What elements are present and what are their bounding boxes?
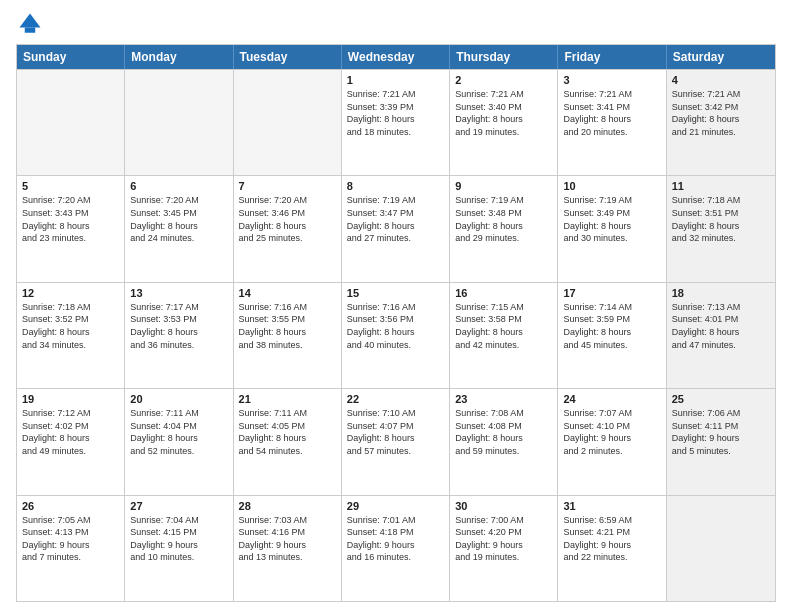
weekday-header: Saturday	[667, 45, 775, 69]
day-number: 12	[22, 287, 119, 299]
day-number: 11	[672, 180, 770, 192]
day-number: 27	[130, 500, 227, 512]
day-number: 19	[22, 393, 119, 405]
day-info: Sunrise: 7:19 AM Sunset: 3:49 PM Dayligh…	[563, 194, 660, 244]
day-info: Sunrise: 7:08 AM Sunset: 4:08 PM Dayligh…	[455, 407, 552, 457]
calendar-row: 12Sunrise: 7:18 AM Sunset: 3:52 PM Dayli…	[17, 282, 775, 388]
day-info: Sunrise: 7:20 AM Sunset: 3:45 PM Dayligh…	[130, 194, 227, 244]
calendar-cell: 3Sunrise: 7:21 AM Sunset: 3:41 PM Daylig…	[558, 70, 666, 175]
weekday-header: Sunday	[17, 45, 125, 69]
day-info: Sunrise: 7:11 AM Sunset: 4:04 PM Dayligh…	[130, 407, 227, 457]
day-number: 14	[239, 287, 336, 299]
day-info: Sunrise: 7:16 AM Sunset: 3:55 PM Dayligh…	[239, 301, 336, 351]
calendar-cell: 8Sunrise: 7:19 AM Sunset: 3:47 PM Daylig…	[342, 176, 450, 281]
day-info: Sunrise: 7:18 AM Sunset: 3:52 PM Dayligh…	[22, 301, 119, 351]
calendar-cell: 11Sunrise: 7:18 AM Sunset: 3:51 PM Dayli…	[667, 176, 775, 281]
day-number: 25	[672, 393, 770, 405]
calendar-cell: 4Sunrise: 7:21 AM Sunset: 3:42 PM Daylig…	[667, 70, 775, 175]
calendar-cell: 17Sunrise: 7:14 AM Sunset: 3:59 PM Dayli…	[558, 283, 666, 388]
calendar-cell: 20Sunrise: 7:11 AM Sunset: 4:04 PM Dayli…	[125, 389, 233, 494]
day-info: Sunrise: 7:21 AM Sunset: 3:42 PM Dayligh…	[672, 88, 770, 138]
day-number: 3	[563, 74, 660, 86]
calendar-header: SundayMondayTuesdayWednesdayThursdayFrid…	[17, 45, 775, 69]
calendar: SundayMondayTuesdayWednesdayThursdayFrid…	[16, 44, 776, 602]
calendar-row: 5Sunrise: 7:20 AM Sunset: 3:43 PM Daylig…	[17, 175, 775, 281]
day-info: Sunrise: 7:19 AM Sunset: 3:48 PM Dayligh…	[455, 194, 552, 244]
calendar-cell: 16Sunrise: 7:15 AM Sunset: 3:58 PM Dayli…	[450, 283, 558, 388]
calendar-cell: 29Sunrise: 7:01 AM Sunset: 4:18 PM Dayli…	[342, 496, 450, 601]
day-info: Sunrise: 7:10 AM Sunset: 4:07 PM Dayligh…	[347, 407, 444, 457]
day-number: 31	[563, 500, 660, 512]
calendar-cell	[234, 70, 342, 175]
day-number: 30	[455, 500, 552, 512]
calendar-cell: 22Sunrise: 7:10 AM Sunset: 4:07 PM Dayli…	[342, 389, 450, 494]
svg-rect-1	[25, 28, 36, 33]
day-info: Sunrise: 7:16 AM Sunset: 3:56 PM Dayligh…	[347, 301, 444, 351]
day-number: 17	[563, 287, 660, 299]
day-info: Sunrise: 7:11 AM Sunset: 4:05 PM Dayligh…	[239, 407, 336, 457]
day-number: 1	[347, 74, 444, 86]
svg-marker-0	[20, 14, 41, 28]
day-info: Sunrise: 7:21 AM Sunset: 3:40 PM Dayligh…	[455, 88, 552, 138]
day-number: 23	[455, 393, 552, 405]
day-info: Sunrise: 7:01 AM Sunset: 4:18 PM Dayligh…	[347, 514, 444, 564]
calendar-cell: 28Sunrise: 7:03 AM Sunset: 4:16 PM Dayli…	[234, 496, 342, 601]
day-info: Sunrise: 7:19 AM Sunset: 3:47 PM Dayligh…	[347, 194, 444, 244]
logo	[16, 10, 48, 38]
weekday-header: Monday	[125, 45, 233, 69]
day-info: Sunrise: 7:14 AM Sunset: 3:59 PM Dayligh…	[563, 301, 660, 351]
day-number: 5	[22, 180, 119, 192]
logo-icon	[16, 10, 44, 38]
day-number: 16	[455, 287, 552, 299]
calendar-cell	[667, 496, 775, 601]
calendar-cell: 13Sunrise: 7:17 AM Sunset: 3:53 PM Dayli…	[125, 283, 233, 388]
day-number: 29	[347, 500, 444, 512]
day-number: 22	[347, 393, 444, 405]
day-info: Sunrise: 7:05 AM Sunset: 4:13 PM Dayligh…	[22, 514, 119, 564]
day-info: Sunrise: 7:06 AM Sunset: 4:11 PM Dayligh…	[672, 407, 770, 457]
calendar-cell: 1Sunrise: 7:21 AM Sunset: 3:39 PM Daylig…	[342, 70, 450, 175]
calendar-cell: 14Sunrise: 7:16 AM Sunset: 3:55 PM Dayli…	[234, 283, 342, 388]
header	[16, 10, 776, 38]
day-info: Sunrise: 7:21 AM Sunset: 3:39 PM Dayligh…	[347, 88, 444, 138]
day-info: Sunrise: 7:13 AM Sunset: 4:01 PM Dayligh…	[672, 301, 770, 351]
day-info: Sunrise: 7:15 AM Sunset: 3:58 PM Dayligh…	[455, 301, 552, 351]
day-info: Sunrise: 7:00 AM Sunset: 4:20 PM Dayligh…	[455, 514, 552, 564]
calendar-cell: 2Sunrise: 7:21 AM Sunset: 3:40 PM Daylig…	[450, 70, 558, 175]
calendar-cell: 24Sunrise: 7:07 AM Sunset: 4:10 PM Dayli…	[558, 389, 666, 494]
day-info: Sunrise: 7:03 AM Sunset: 4:16 PM Dayligh…	[239, 514, 336, 564]
calendar-cell: 10Sunrise: 7:19 AM Sunset: 3:49 PM Dayli…	[558, 176, 666, 281]
day-info: Sunrise: 7:17 AM Sunset: 3:53 PM Dayligh…	[130, 301, 227, 351]
day-number: 9	[455, 180, 552, 192]
calendar-cell	[17, 70, 125, 175]
day-number: 7	[239, 180, 336, 192]
day-number: 15	[347, 287, 444, 299]
weekday-header: Friday	[558, 45, 666, 69]
calendar-cell: 5Sunrise: 7:20 AM Sunset: 3:43 PM Daylig…	[17, 176, 125, 281]
calendar-cell: 30Sunrise: 7:00 AM Sunset: 4:20 PM Dayli…	[450, 496, 558, 601]
weekday-header: Thursday	[450, 45, 558, 69]
day-number: 13	[130, 287, 227, 299]
calendar-row: 1Sunrise: 7:21 AM Sunset: 3:39 PM Daylig…	[17, 69, 775, 175]
day-number: 24	[563, 393, 660, 405]
day-number: 4	[672, 74, 770, 86]
calendar-cell: 6Sunrise: 7:20 AM Sunset: 3:45 PM Daylig…	[125, 176, 233, 281]
day-info: Sunrise: 7:07 AM Sunset: 4:10 PM Dayligh…	[563, 407, 660, 457]
calendar-cell: 7Sunrise: 7:20 AM Sunset: 3:46 PM Daylig…	[234, 176, 342, 281]
day-info: Sunrise: 7:20 AM Sunset: 3:43 PM Dayligh…	[22, 194, 119, 244]
day-number: 28	[239, 500, 336, 512]
day-number: 6	[130, 180, 227, 192]
day-info: Sunrise: 7:18 AM Sunset: 3:51 PM Dayligh…	[672, 194, 770, 244]
weekday-header: Wednesday	[342, 45, 450, 69]
day-number: 21	[239, 393, 336, 405]
calendar-cell: 19Sunrise: 7:12 AM Sunset: 4:02 PM Dayli…	[17, 389, 125, 494]
page: SundayMondayTuesdayWednesdayThursdayFrid…	[0, 0, 792, 612]
day-info: Sunrise: 7:21 AM Sunset: 3:41 PM Dayligh…	[563, 88, 660, 138]
day-number: 8	[347, 180, 444, 192]
calendar-cell: 15Sunrise: 7:16 AM Sunset: 3:56 PM Dayli…	[342, 283, 450, 388]
calendar-cell: 25Sunrise: 7:06 AM Sunset: 4:11 PM Dayli…	[667, 389, 775, 494]
calendar-cell: 27Sunrise: 7:04 AM Sunset: 4:15 PM Dayli…	[125, 496, 233, 601]
day-info: Sunrise: 7:20 AM Sunset: 3:46 PM Dayligh…	[239, 194, 336, 244]
weekday-header: Tuesday	[234, 45, 342, 69]
calendar-cell: 18Sunrise: 7:13 AM Sunset: 4:01 PM Dayli…	[667, 283, 775, 388]
